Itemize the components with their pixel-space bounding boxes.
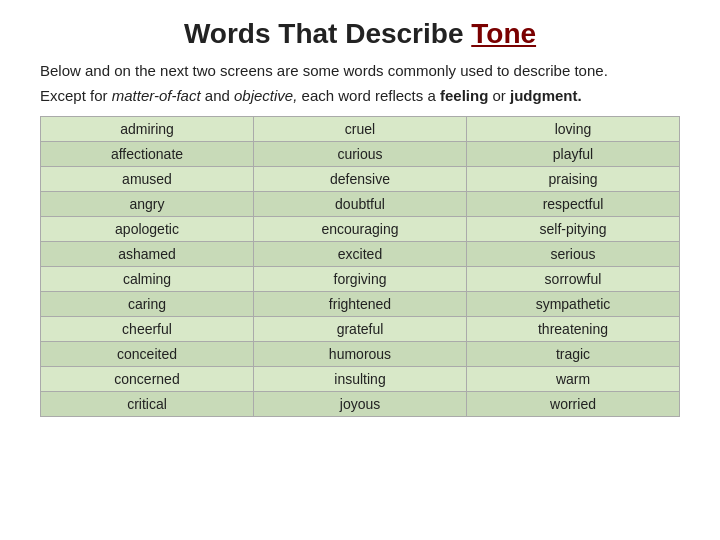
table-cell: ashamed <box>41 242 254 267</box>
table-cell: apologetic <box>41 217 254 242</box>
table-cell: angry <box>41 192 254 217</box>
title-prefix: Words That Describe <box>184 18 471 49</box>
table-cell: calming <box>41 267 254 292</box>
table-row: admiringcruelloving <box>41 117 680 142</box>
table-cell: cruel <box>254 117 467 142</box>
table-row: conceitedhumoroustragic <box>41 342 680 367</box>
table-cell: worried <box>467 392 680 417</box>
table-cell: praising <box>467 167 680 192</box>
table-cell: frightened <box>254 292 467 317</box>
table-cell: excited <box>254 242 467 267</box>
table-cell: critical <box>41 392 254 417</box>
table-cell: affectionate <box>41 142 254 167</box>
table-cell: threatening <box>467 317 680 342</box>
table-row: calmingforgivingsorrowful <box>41 267 680 292</box>
tone-table: admiringcruellovingaffectionatecuriouspl… <box>40 116 680 417</box>
table-row: criticaljoyousworried <box>41 392 680 417</box>
table-cell: joyous <box>254 392 467 417</box>
table-row: angrydoubtfulrespectful <box>41 192 680 217</box>
page-title: Words That Describe Tone <box>40 18 680 50</box>
bold-feeling: feeling <box>440 87 488 104</box>
table-row: caringfrightenedsympathetic <box>41 292 680 317</box>
table-cell: conceited <box>41 342 254 367</box>
table-cell: tragic <box>467 342 680 367</box>
table-cell: admiring <box>41 117 254 142</box>
table-row: apologeticencouragingself-pitying <box>41 217 680 242</box>
intro-paragraph-1: Below and on the next two screens are so… <box>40 60 680 81</box>
table-cell: curious <box>254 142 467 167</box>
table-cell: grateful <box>254 317 467 342</box>
intro-paragraph-2: Except for matter-of-fact and objective,… <box>40 85 680 106</box>
table-cell: sorrowful <box>467 267 680 292</box>
table-row: ashamedexcitedserious <box>41 242 680 267</box>
table-row: cheerfulgratefulthreatening <box>41 317 680 342</box>
title-underlined: Tone <box>471 18 536 49</box>
table-row: concernedinsultingwarm <box>41 367 680 392</box>
italic-matter-of-fact: matter-of-fact <box>112 87 201 104</box>
table-cell: warm <box>467 367 680 392</box>
table-cell: serious <box>467 242 680 267</box>
table-cell: amused <box>41 167 254 192</box>
table-cell: doubtful <box>254 192 467 217</box>
table-row: amuseddefensivepraising <box>41 167 680 192</box>
tone-table-container: admiringcruellovingaffectionatecuriouspl… <box>40 116 680 522</box>
table-row: affectionatecuriousplayful <box>41 142 680 167</box>
table-cell: cheerful <box>41 317 254 342</box>
page: Words That Describe Tone Below and on th… <box>0 0 720 540</box>
table-cell: forgiving <box>254 267 467 292</box>
table-cell: sympathetic <box>467 292 680 317</box>
table-cell: respectful <box>467 192 680 217</box>
table-cell: playful <box>467 142 680 167</box>
table-cell: defensive <box>254 167 467 192</box>
table-cell: loving <box>467 117 680 142</box>
table-cell: concerned <box>41 367 254 392</box>
table-cell: encouraging <box>254 217 467 242</box>
table-cell: humorous <box>254 342 467 367</box>
table-cell: insulting <box>254 367 467 392</box>
table-cell: self-pitying <box>467 217 680 242</box>
bold-judgment: judgment. <box>510 87 582 104</box>
italic-objective: objective, <box>234 87 297 104</box>
table-cell: caring <box>41 292 254 317</box>
